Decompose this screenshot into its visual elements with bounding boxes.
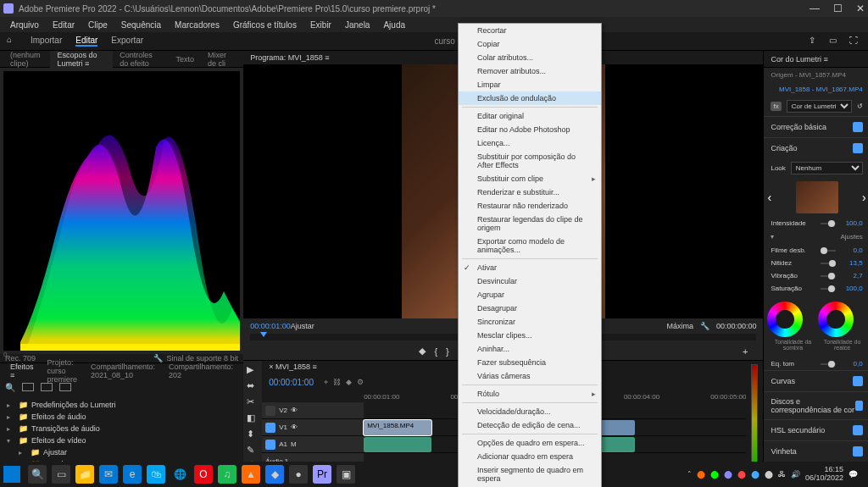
marker-icon[interactable]: ◆ (346, 378, 352, 387)
context-menu-item[interactable]: Limpar (459, 78, 601, 91)
context-menu-item[interactable]: Sincronizar (459, 315, 601, 329)
effects-search-icon[interactable]: 🔍 (5, 383, 15, 392)
task-view-icon[interactable]: ▭ (52, 465, 70, 484)
prev-look-icon[interactable]: ‹ (767, 191, 771, 204)
tab-editar[interactable]: Editar (75, 36, 97, 47)
tab-importar[interactable]: Importar (31, 36, 62, 47)
tree-item[interactable]: ▸📁Efeitos de áudio (7, 411, 236, 423)
effects-preset-icon[interactable] (22, 383, 34, 391)
taskbar-clock[interactable]: 16:15 06/10/2022 (805, 466, 843, 483)
track-toggle[interactable] (265, 423, 275, 433)
vlc-icon[interactable]: ▲ (242, 465, 260, 484)
chrome-icon[interactable]: 🌐 (170, 465, 189, 484)
tray-expand-icon[interactable]: ˄ (687, 470, 692, 479)
context-menu-item[interactable]: Editar no Adobe Photoshop (459, 123, 601, 136)
mail-icon[interactable]: ✉ (99, 465, 118, 484)
effects-preset-icon-2[interactable] (41, 383, 53, 391)
menu-ajuda[interactable]: Ajuda (376, 20, 412, 30)
section-basic-correction[interactable]: Correção básica (764, 116, 868, 137)
context-menu-item[interactable]: Velocidade/duração... (459, 405, 601, 418)
tab-lumetri-scopes[interactable]: Escopos do Lumetri ≡ (50, 51, 113, 68)
tray-icon[interactable]: ⬤ (697, 470, 705, 479)
section-enable-check[interactable] (853, 425, 863, 435)
menu-graficos[interactable]: Gráficos e títulos (226, 20, 303, 30)
section-enable-check[interactable] (853, 122, 863, 132)
context-menu-item[interactable]: Restaurar não renderizado (459, 199, 601, 213)
section-color-wheels[interactable]: Discos e correspondências de cor (764, 391, 868, 419)
fullscreen-icon[interactable]: ⛶ (849, 36, 861, 47)
minimize-button[interactable]: — (810, 3, 820, 14)
selection-tool-icon[interactable]: ▶ (247, 364, 259, 375)
app-icon[interactable]: O (194, 465, 213, 484)
tab-project[interactable]: Projeto: curso premiere (41, 358, 85, 384)
context-menu-item[interactable]: Opções de quadro em espera... (459, 436, 601, 450)
context-menu-item[interactable]: Desvincular (459, 274, 601, 288)
scope-bit-depth[interactable]: Sinal de suporte 8 bit (167, 354, 239, 362)
wrench-icon[interactable]: 🔧 (153, 354, 163, 362)
program-timecode-left[interactable]: 00:00:01:00 (250, 322, 291, 330)
context-menu-item[interactable]: Recortar (459, 24, 601, 37)
razor-tool-icon[interactable]: ◧ (247, 412, 259, 423)
timeline-clip[interactable]: MVI_1858.MP4 (364, 420, 431, 435)
context-menu-item[interactable]: Exportar como modelo de animações... (459, 235, 601, 257)
context-menu-item[interactable]: Copiar (459, 37, 601, 51)
eye-icon[interactable]: 👁 (291, 407, 298, 414)
workspace-icon[interactable]: ▭ (829, 36, 841, 47)
track-toggle[interactable] (265, 406, 275, 416)
mark-in-icon[interactable]: { (434, 346, 437, 357)
context-menu-item[interactable]: Ativar (459, 261, 601, 274)
context-menu-item[interactable]: Substituir com clipe (459, 172, 601, 185)
settings-icon[interactable]: ⚙ (357, 378, 364, 387)
tab-effect-controls[interactable]: Controles do efeito (113, 51, 169, 68)
edge-icon[interactable]: e (123, 465, 142, 484)
context-menu-item[interactable]: Rótulo (459, 387, 601, 401)
notifications-icon[interactable]: 💬 (849, 470, 858, 479)
clip-context-menu[interactable]: RecortarCopiarColar atributos...Remover … (458, 23, 602, 487)
section-enable-check[interactable] (853, 446, 863, 457)
context-menu-item[interactable]: Detecção de edição de cena... (459, 418, 601, 432)
app-icon-3[interactable]: ● (289, 465, 308, 484)
section-hsl[interactable]: HSL secundário (764, 419, 868, 440)
highlight-tint-wheel[interactable] (818, 302, 854, 337)
look-select[interactable]: Nenhum (791, 162, 863, 174)
program-fit-dropdown[interactable]: Ajustar (291, 322, 314, 330)
program-resolution-dropdown[interactable]: Máxima (666, 322, 693, 330)
linked-selection-icon[interactable]: ⛓ (333, 378, 341, 387)
timeline-clip[interactable] (364, 437, 431, 452)
track-toggle[interactable] (265, 440, 275, 450)
search-icon[interactable]: 🔍 (28, 465, 47, 484)
tab-no-clip[interactable]: (nenhum clipe) (3, 51, 50, 68)
context-menu-item[interactable]: Aninhar... (459, 342, 601, 356)
start-button[interactable] (3, 466, 20, 483)
close-button[interactable]: ✕ (856, 3, 865, 14)
button-editor-icon[interactable]: + (743, 346, 748, 357)
snap-icon[interactable]: ⌖ (324, 378, 328, 387)
menu-janela[interactable]: Janela (338, 20, 376, 30)
context-menu-item[interactable]: Colar atributos... (459, 51, 601, 64)
eye-icon[interactable]: 👁 (291, 423, 298, 431)
menu-marcadores[interactable]: Marcadores (168, 20, 226, 30)
mute-icon[interactable]: M (291, 440, 297, 448)
tab-share-2[interactable]: Compartilhamento: 202 (162, 362, 240, 379)
menu-arquivo[interactable]: Arquivo (3, 20, 46, 30)
adjustments-header[interactable]: ▾ Ajustes (764, 230, 868, 244)
tray-icon[interactable]: ⬤ (751, 470, 760, 479)
tray-icon[interactable]: ⬤ (737, 470, 746, 479)
context-menu-item[interactable]: Remover atributos... (459, 64, 601, 78)
sharpen-slider[interactable] (821, 263, 835, 264)
tray-icon[interactable]: ⬤ (765, 470, 773, 479)
context-menu-item[interactable]: Adicionar quadro em espera (459, 450, 601, 463)
program-playhead[interactable] (260, 332, 267, 337)
tab-exportar[interactable]: Exportar (111, 36, 143, 47)
lumetri-tab[interactable]: Cor do Lumetri ≡ (764, 51, 868, 68)
settings-icon[interactable]: 🔧 (700, 322, 709, 330)
context-menu-item[interactable]: Exclusão de ondulação (459, 91, 601, 105)
section-enable-check[interactable] (853, 143, 863, 153)
spotify-icon[interactable]: ♫ (218, 465, 236, 484)
section-enable-check[interactable] (853, 376, 863, 386)
context-menu-item[interactable]: Licença... (459, 136, 601, 150)
menu-editar[interactable]: Editar (46, 20, 81, 30)
saturation-slider[interactable] (821, 288, 835, 290)
tab-effects[interactable]: Efeitos ≡ (3, 362, 41, 379)
next-look-icon[interactable]: › (862, 191, 866, 204)
